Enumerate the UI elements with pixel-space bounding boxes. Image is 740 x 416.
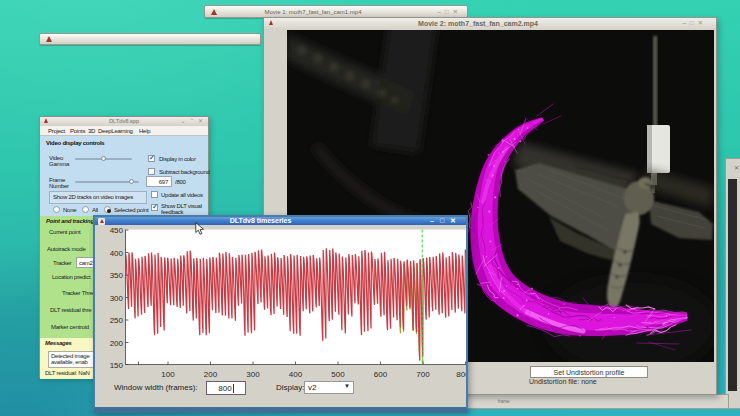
- svg-text:500: 500: [331, 370, 345, 379]
- svg-text:800: 800: [456, 370, 466, 379]
- svg-text:300: 300: [246, 370, 260, 379]
- svg-text:150: 150: [110, 361, 124, 370]
- svg-text:400: 400: [110, 249, 124, 258]
- svg-text:200: 200: [204, 370, 218, 379]
- svg-text:600: 600: [374, 370, 388, 379]
- svg-text:450: 450: [110, 226, 124, 235]
- svg-text:100: 100: [161, 370, 175, 379]
- svg-text:700: 700: [416, 370, 430, 379]
- svg-text:400: 400: [289, 370, 303, 379]
- svg-text:300: 300: [110, 294, 124, 303]
- svg-text:200: 200: [110, 339, 124, 348]
- svg-text:350: 350: [110, 271, 124, 280]
- svg-text:250: 250: [110, 316, 124, 325]
